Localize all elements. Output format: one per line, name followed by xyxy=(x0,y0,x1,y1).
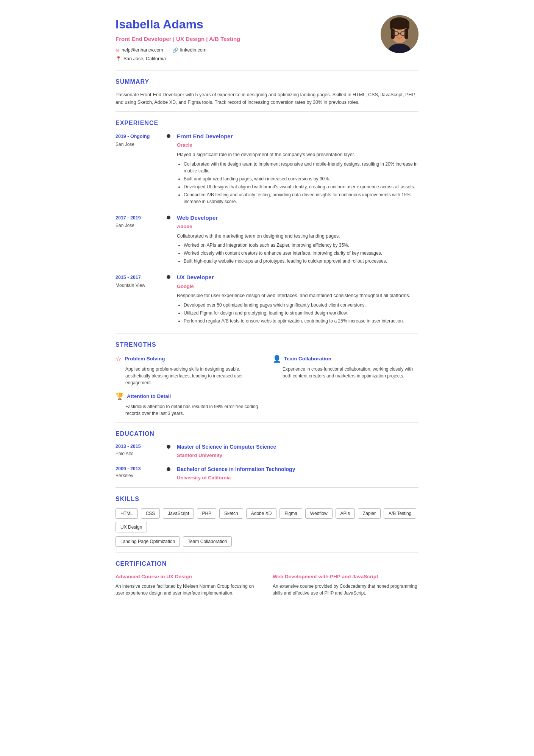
skill-tag: Figma xyxy=(279,508,302,519)
skill-tag: JavaScript xyxy=(163,508,194,519)
strength-icon: ☆ xyxy=(116,354,122,364)
linkedin-value: linkedin.com xyxy=(180,47,206,54)
edu-dot-col xyxy=(165,443,172,459)
strengths-grid: ☆ Problem Solving Applied strong problem… xyxy=(116,354,418,417)
exp-bullets-list: Collaborated with the design team to imp… xyxy=(177,161,418,205)
cert-title: Web Development with PHP and JavaScript xyxy=(273,573,418,581)
email-contact: ✉ help@enhancv.com xyxy=(116,47,163,54)
edu-location: Palo Alto xyxy=(116,450,165,457)
strength-header: ☆ Problem Solving xyxy=(116,354,261,364)
strength-title: Team Collaboration xyxy=(284,355,331,363)
exp-period: 2015 - 2017 xyxy=(116,274,165,281)
exp-bullet: Built high-quality website mockups and p… xyxy=(184,258,418,265)
avatar xyxy=(381,15,418,53)
experience-divider xyxy=(116,333,418,333)
exp-role: Front End Developer xyxy=(177,132,418,141)
exp-bullets-list: Worked on APIs and integration tools suc… xyxy=(177,242,418,265)
strength-title: Problem Solving xyxy=(125,355,165,363)
edu-date-col: 2009 - 2013 Berkeley xyxy=(116,465,165,482)
skill-tag: Adobe XD xyxy=(246,508,277,519)
exp-bullet: Worked on APIs and integration tools suc… xyxy=(184,242,418,249)
strength-item: ☆ Problem Solving Applied strong problem… xyxy=(116,354,261,386)
skills-row-1: HTMLCSSJavaScriptPHPSketchAdobe XDFigmaW… xyxy=(116,508,418,532)
skill-tag: A/B Testing xyxy=(384,508,416,519)
certification-item: Web Development with PHP and JavaScript … xyxy=(273,573,418,596)
skills-row-2: Landing Page OptimizationTeam Collaborat… xyxy=(116,536,418,547)
exp-bullet: Developed over 50 optimized landing page… xyxy=(184,302,418,308)
exp-bullet: Collaborated with the design team to imp… xyxy=(184,161,418,174)
edu-period: 2009 - 2013 xyxy=(116,465,165,473)
strength-description: Fastidious attention to detail has resul… xyxy=(116,403,261,417)
skills-section-title: SKILLS xyxy=(116,495,418,504)
exp-role: UX Developer xyxy=(177,273,418,282)
cert-description: An intensive course facilitated by Niels… xyxy=(116,583,261,596)
skill-tag: Team Collaboration xyxy=(183,536,232,547)
exp-bullet: Performed regular A/B tests to ensure we… xyxy=(184,318,418,324)
strength-description: Applied strong problem-solving skills in… xyxy=(116,366,261,386)
certification-section-title: CERTIFICATION xyxy=(116,559,418,568)
education-item: 2013 - 2015 Palo Alto Master of Science … xyxy=(116,443,418,459)
edu-institution: University of California xyxy=(177,474,418,482)
linkedin-icon: 🔗 xyxy=(172,47,178,54)
education-item: 2009 - 2013 Berkeley Bachelor of Science… xyxy=(116,465,418,482)
contact-row: ✉ help@enhancv.com 🔗 linkedin.com xyxy=(116,47,381,54)
exp-bullet: Conducted A/B testing and usability test… xyxy=(184,191,418,205)
email-value: help@enhancv.com xyxy=(122,47,163,54)
cert-title: Advanced Course in UX Design xyxy=(116,573,261,581)
education-section-title: EDUCATION xyxy=(116,429,418,438)
experience-item: 2019 - Ongoing San Jose Front End Develo… xyxy=(116,132,418,206)
edu-dot-col xyxy=(165,465,172,482)
exp-company: Oracle xyxy=(177,141,418,149)
exp-description: Played a significant role in the develop… xyxy=(177,151,418,158)
location-contact: 📍 San Jose, California xyxy=(116,55,381,63)
edu-dot xyxy=(167,467,170,471)
exp-bullet: Worked closely with content creators to … xyxy=(184,250,418,257)
strength-item: 🏆 Attention to Detail Fastidious attenti… xyxy=(116,391,261,417)
exp-bullet: Developed UI designs that aligned with b… xyxy=(184,183,418,190)
header-section: Isabella Adams Front End Developer | UX … xyxy=(116,15,418,63)
edu-date-col: 2013 - 2015 Palo Alto xyxy=(116,443,165,459)
experience-item: 2017 - 2019 San Jose Web Developer Adobe… xyxy=(116,214,418,266)
email-icon: ✉ xyxy=(116,47,120,54)
edu-dot xyxy=(167,445,170,449)
strength-description: Experience in cross-functional collabora… xyxy=(273,366,418,379)
skill-tag: Landing Page Optimization xyxy=(116,536,180,547)
exp-bullet: Utilized Figma for design and prototypin… xyxy=(184,310,418,316)
exp-bullets-list: Developed over 50 optimized landing page… xyxy=(177,302,418,324)
exp-date-col: 2015 - 2017 Mountain View xyxy=(116,273,165,326)
skills-divider xyxy=(116,552,418,553)
edu-content: Master of Science in Computer Science St… xyxy=(172,443,418,459)
strength-header: 🏆 Attention to Detail xyxy=(116,391,261,402)
edu-content: Bachelor of Science in Information Techn… xyxy=(172,465,418,482)
education-list: 2013 - 2015 Palo Alto Master of Science … xyxy=(116,443,418,481)
header-left: Isabella Adams Front End Developer | UX … xyxy=(116,15,381,63)
exp-content: Front End Developer Oracle Played a sign… xyxy=(172,132,418,206)
exp-role: Web Developer xyxy=(177,214,418,222)
edu-degree: Master of Science in Computer Science xyxy=(177,443,418,451)
skills-container: HTMLCSSJavaScriptPHPSketchAdobe XDFigmaW… xyxy=(116,508,418,547)
exp-content: UX Developer Google Responsible for user… xyxy=(172,273,418,326)
exp-date-col: 2019 - Ongoing San Jose xyxy=(116,132,165,206)
exp-dot-col xyxy=(165,214,172,266)
edu-degree: Bachelor of Science in Information Techn… xyxy=(177,465,418,473)
skill-tag: Sketch xyxy=(219,508,243,519)
edu-location: Berkeley xyxy=(116,472,165,479)
summary-divider xyxy=(116,111,418,112)
certification-grid: Advanced Course in UX Design An intensiv… xyxy=(116,573,418,596)
exp-location: San Jose xyxy=(116,222,165,229)
skill-tag: APIs xyxy=(336,508,355,519)
exp-dot-col xyxy=(165,273,172,326)
experience-list: 2019 - Ongoing San Jose Front End Develo… xyxy=(116,132,418,326)
exp-bullet: Built and optimized landing pages, which… xyxy=(184,175,418,182)
skill-tag: HTML xyxy=(116,508,138,519)
exp-location: Mountain View xyxy=(116,282,165,289)
edu-period: 2013 - 2015 xyxy=(116,443,165,450)
exp-dot xyxy=(167,134,170,138)
skill-tag: UX Design xyxy=(116,522,147,532)
summary-section-title: SUMMARY xyxy=(116,77,418,86)
strengths-section-title: STRENGTHS xyxy=(116,340,418,349)
candidate-name: Isabella Adams xyxy=(116,15,381,33)
strength-item: 👤 Team Collaboration Experience in cross… xyxy=(273,354,418,386)
strength-icon: 👤 xyxy=(273,354,281,364)
exp-description: Responsible for user experience design o… xyxy=(177,292,418,299)
